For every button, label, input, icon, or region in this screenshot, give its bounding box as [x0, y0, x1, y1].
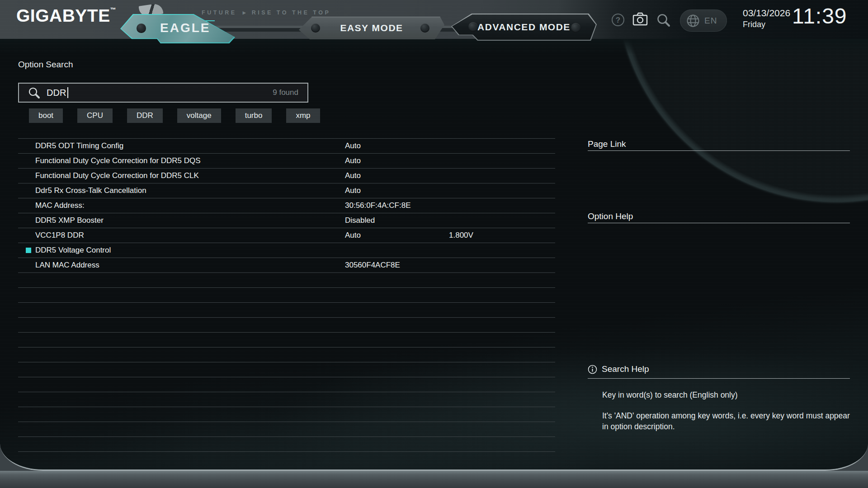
info-icon — [588, 365, 597, 374]
table-row-empty — [18, 302, 555, 317]
keyword-chip[interactable]: CPU — [77, 108, 113, 123]
option-help-divider — [588, 223, 850, 223]
triangle-icon: ▶ — [243, 10, 246, 15]
bios-screen: GIGABYTE™ FUTURE ▶ RISE TO THE TOP EAGLE… — [0, 0, 868, 471]
rivet-icon — [571, 23, 580, 33]
table-row[interactable]: VCC1P8 DDRAuto1.800V — [18, 228, 555, 243]
table-row-empty — [18, 332, 555, 347]
search-help-label: Search Help — [602, 364, 649, 374]
row-label: MAC Address: — [35, 201, 85, 210]
table-row[interactable]: DDR5 ODT Timing ConfigAuto — [18, 138, 555, 153]
table-row-empty — [18, 287, 555, 302]
row-value: Auto — [345, 186, 361, 195]
results-count: 9 found — [273, 88, 298, 97]
table-row[interactable]: Functional Duty Cycle Correction for DDR… — [18, 168, 555, 183]
results-table: DDR5 ODT Timing ConfigAutoFunctional Dut… — [18, 138, 555, 452]
gigabyte-logo: GIGABYTE™ — [16, 6, 116, 26]
table-row-empty — [18, 362, 555, 377]
row-label: DDR5 ODT Timing Config — [35, 141, 123, 150]
tab-advanced-mode[interactable]: ADVANCED MODE — [451, 14, 597, 41]
date-value: 03/13/2026 — [743, 8, 790, 19]
help-icon[interactable]: ? — [611, 13, 625, 28]
row-value: Auto — [345, 231, 361, 240]
table-row-empty — [18, 347, 555, 362]
row-value: Auto — [345, 156, 361, 165]
table-row-empty — [18, 407, 555, 422]
option-help-title: Option Help — [588, 211, 633, 221]
language-selector[interactable]: EN — [680, 9, 727, 32]
row-label: Functional Duty Cycle Correction for DDR… — [35, 156, 201, 165]
row-value: Auto — [345, 171, 361, 180]
row-value: Auto — [345, 141, 361, 150]
search-icon — [28, 87, 40, 99]
rivet-icon — [468, 22, 478, 32]
keyword-chip[interactable]: xmp — [286, 108, 320, 123]
keyword-chips: bootCPUDDRvoltageturboxmp — [29, 108, 320, 123]
row-label: LAN MAC Address — [35, 261, 99, 270]
svg-text:?: ? — [616, 16, 620, 24]
clock-time: 11:39 — [792, 4, 847, 28]
table-row-empty — [18, 436, 555, 451]
row-value-secondary: 1.800V — [449, 231, 473, 240]
rivet-icon — [137, 23, 146, 33]
row-label: Ddr5 Rx Cross-Talk Cancellation — [35, 186, 146, 195]
row-value: Disabled — [345, 216, 375, 225]
rivet-icon — [311, 23, 320, 33]
table-row[interactable]: DDR5 Voltage Control — [18, 243, 555, 258]
search-help-line2: It's 'AND' operation among key words, i.… — [602, 410, 852, 432]
camera-icon[interactable] — [632, 12, 648, 28]
table-row[interactable]: Functional Duty Cycle Correction for DDR… — [18, 153, 555, 168]
tab-easy-mode[interactable]: EASY MODE — [299, 17, 444, 39]
tab-advanced-mode-label: ADVANCED MODE — [477, 22, 571, 33]
table-row[interactable]: LAN MAC Address30560F4ACF8E — [18, 258, 555, 272]
search-input[interactable]: DDR 9 found — [18, 83, 308, 103]
tab-eagle-label: EAGLE — [160, 21, 210, 35]
keyword-chip[interactable]: DDR — [127, 108, 163, 123]
footer-bar — [0, 471, 868, 488]
clock-date: 03/13/2026 Friday — [743, 8, 790, 29]
keyword-chip[interactable]: boot — [29, 108, 63, 123]
language-code: EN — [704, 16, 717, 26]
search-help-title: Search Help — [588, 364, 649, 374]
search-query-text: DDR — [47, 88, 66, 98]
text-caret — [67, 87, 68, 98]
page-link-divider — [588, 150, 850, 151]
search-help-divider — [588, 378, 850, 379]
tab-eagle[interactable]: EAGLE — [120, 14, 235, 43]
search-help-line1: Key in word(s) to search (English only) — [602, 390, 738, 400]
top-bar: GIGABYTE™ FUTURE ▶ RISE TO THE TOP EAGLE… — [0, 0, 868, 39]
day-value: Friday — [743, 20, 790, 29]
table-row-empty — [18, 317, 555, 332]
page-link-title: Page Link — [588, 139, 626, 149]
table-row[interactable]: MAC Address:30:56:0F:4A:CF:8E — [18, 198, 555, 213]
row-label: Functional Duty Cycle Correction for DDR… — [35, 171, 199, 180]
selected-row-bullet-icon — [26, 248, 31, 253]
keyword-chip[interactable]: voltage — [177, 108, 221, 123]
top-search-icon[interactable] — [656, 13, 670, 29]
rivet-icon — [420, 23, 429, 33]
option-search-title: Option Search — [18, 60, 73, 70]
table-row[interactable]: Ddr5 Rx Cross-Talk CancellationAuto — [18, 183, 555, 198]
row-label: VCC1P8 DDR — [35, 231, 84, 240]
table-row-empty — [18, 377, 555, 392]
row-value: 30560F4ACF8E — [345, 261, 400, 270]
row-value: 30:56:0F:4A:CF:8E — [345, 201, 411, 210]
globe-icon — [686, 14, 700, 28]
table-row-empty — [18, 272, 555, 287]
table-row[interactable]: DDR5 XMP BoosterDisabled — [18, 213, 555, 228]
table-row-empty — [18, 422, 555, 436]
row-label: DDR5 Voltage Control — [35, 246, 111, 255]
row-label: DDR5 XMP Booster — [35, 216, 104, 225]
tab-easy-mode-label: EASY MODE — [340, 23, 403, 33]
keyword-chip[interactable]: turbo — [236, 108, 272, 123]
table-row-empty — [18, 392, 555, 407]
tagline-rise: RISE TO THE TOP — [252, 9, 331, 16]
